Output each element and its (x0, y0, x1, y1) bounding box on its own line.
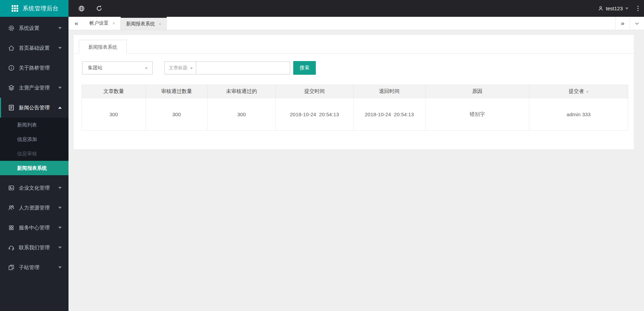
tab-news-report[interactable]: 新闻报表系统 × (121, 17, 167, 30)
field-select[interactable]: 文章标题 (164, 61, 196, 74)
site-select[interactable]: 集团站 (82, 61, 153, 74)
chevron-down-icon (58, 27, 62, 29)
chevron-down-icon (58, 187, 62, 189)
tab-label: 帐户设置 (89, 20, 109, 26)
subsite-icon (8, 264, 15, 271)
culture-icon (8, 184, 15, 191)
info-icon (8, 64, 15, 71)
sidebar-item-system-settings[interactable]: 系统设置 (0, 18, 69, 38)
cell-submit-time: 2018-10-24 20:54:13 (276, 98, 353, 131)
chevron-down-icon (58, 47, 62, 49)
sidebar-item-label: 服务中心管理 (19, 225, 50, 231)
sidebar-item-label: 人力资源管理 (19, 205, 50, 211)
news-report-card: 新闻报表系统 集团站 文章标题 搜索 文章 (74, 35, 634, 149)
tabs-collapse-icon[interactable] (630, 17, 644, 30)
sort-down-icon (586, 91, 589, 93)
layers-icon (8, 84, 15, 91)
cell-unapproved-count: 300 (207, 98, 275, 131)
service-icon (8, 224, 15, 231)
topbar: test123 (69, 0, 644, 17)
user-icon (598, 5, 604, 11)
sidebar-item-label: 关于路桥管理 (19, 65, 50, 71)
tab-label: 新闻报表系统 (126, 21, 155, 27)
username: test123 (606, 5, 623, 11)
report-table: 文章数量 审核通过数量 未审核通过的 提交时间 退回时间 原因 提交者 300 … (82, 85, 628, 131)
cell-reason: 错别字 (425, 98, 529, 131)
grid-logo-icon (12, 5, 18, 12)
sidebar-item-contact[interactable]: 联系我们管理 (0, 238, 69, 258)
user-menu[interactable]: test123 (598, 5, 629, 11)
globe-icon[interactable] (78, 5, 85, 12)
hr-users-icon (8, 204, 15, 211)
sidebar-item-subsite[interactable]: 子站管理 (0, 258, 69, 277)
panel-tab-news-report[interactable]: 新闻报表系统 (79, 40, 127, 53)
col-submitter[interactable]: 提交者 (529, 85, 628, 98)
sidebar-item-label: 子站管理 (19, 264, 39, 271)
submenu-item-info-add[interactable]: 信息添加 (0, 132, 69, 146)
sidebar-item-label: 系统设置 (19, 25, 39, 32)
chevron-up-icon (58, 107, 62, 109)
search-row: 集团站 文章标题 搜索 (82, 61, 634, 75)
keyword-input[interactable] (196, 61, 290, 74)
content-area: 新闻报表系统 集团站 文章标题 搜索 文章 (69, 30, 644, 311)
app-title: 系统管理后台 (23, 4, 59, 12)
table-row: 300 300 300 2018-10-24 20:54:13 2018-10-… (82, 98, 628, 131)
sidebar-item-label: 首页基础设置 (19, 45, 50, 51)
tabs-scroll-right-icon[interactable]: » (615, 17, 630, 30)
sidebar-item-hr[interactable]: 人力资源管理 (0, 198, 69, 218)
col-article-count: 文章数量 (82, 85, 146, 98)
field-select-value: 文章标题 (169, 65, 187, 71)
kebab-menu-icon[interactable] (637, 6, 639, 11)
sidebar-item-label: 企业文化管理 (19, 185, 50, 191)
col-submit-time: 提交时间 (276, 85, 353, 98)
site-select-value: 集团站 (88, 65, 102, 71)
submenu-item-info-review[interactable]: 信息审核 (0, 146, 69, 161)
col-reason: 原因 (425, 85, 529, 98)
keyword-group: 文章标题 (164, 61, 290, 74)
home-icon (8, 45, 15, 51)
tab-account-settings[interactable]: 帐户设置 × (84, 17, 121, 30)
close-icon[interactable]: × (159, 22, 161, 26)
caret-down-icon (625, 8, 629, 10)
sidebar-item-culture[interactable]: 企业文化管理 (0, 178, 69, 198)
cell-return-time: 2018-10-24 20:54:13 (353, 98, 425, 131)
sidebar-item-label: 主营产业管理 (19, 85, 50, 91)
refresh-icon[interactable] (96, 5, 102, 12)
sidebar-item-label: 新闻公告管理 (19, 105, 50, 111)
col-unapproved-count: 未审核通过的 (207, 85, 275, 98)
gear-icon (8, 25, 15, 32)
card-header: 新闻报表系统 (74, 35, 634, 53)
tabs-scroll-left-icon[interactable]: « (69, 17, 84, 30)
cell-submitter: admin 333 (529, 98, 628, 131)
chevron-down-icon (58, 87, 62, 89)
close-icon[interactable]: × (112, 21, 115, 26)
col-return-time: 退回时间 (353, 85, 425, 98)
chevron-down-icon (145, 68, 148, 69)
sidebar-item-news-management[interactable]: 新闻公告管理 (0, 98, 69, 118)
sidebar-item-industry[interactable]: 主营产业管理 (0, 78, 69, 98)
submenu-item-news-report[interactable]: 新闻报表系统 (0, 161, 69, 175)
sidebar-item-label: 联系我们管理 (19, 244, 50, 251)
search-button[interactable]: 搜索 (293, 61, 316, 75)
chevron-down-icon (58, 247, 62, 249)
news-submenu: 新闻列表 信息添加 信息审核 新闻报表系统 (0, 118, 69, 175)
chevron-down-icon (58, 227, 62, 229)
cell-article-count: 300 (82, 98, 146, 131)
table-header-row: 文章数量 审核通过数量 未审核通过的 提交时间 退回时间 原因 提交者 (82, 85, 628, 98)
chevron-down-icon (58, 207, 62, 209)
submenu-item-news-list[interactable]: 新闻列表 (0, 118, 69, 132)
sidebar-item-home-settings[interactable]: 首页基础设置 (0, 38, 69, 58)
sidebar-nav: 系统设置 首页基础设置 关于路桥管理 主营产业管理 (0, 17, 69, 277)
col-approved-count: 审核通过数量 (146, 85, 207, 98)
chevron-down-icon (58, 266, 62, 268)
contact-icon (8, 244, 15, 251)
news-icon (8, 104, 15, 111)
sidebar-item-service-center[interactable]: 服务中心管理 (0, 218, 69, 238)
cell-approved-count: 300 (146, 98, 207, 131)
app-logo: 系统管理后台 (0, 0, 69, 17)
sidebar: 系统管理后台 系统设置 首页基础设置 关于路桥管理 (0, 0, 69, 311)
sidebar-item-about[interactable]: 关于路桥管理 (0, 58, 69, 78)
tabbar: « 帐户设置 × 新闻报表系统 × » (69, 17, 644, 30)
chevron-down-icon (190, 68, 193, 69)
